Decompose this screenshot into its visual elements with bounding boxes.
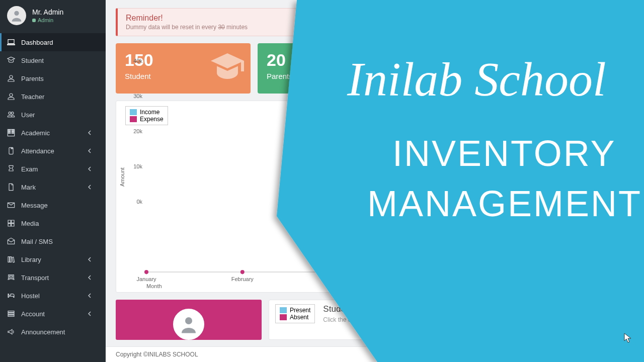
- mail-icon: [7, 201, 15, 209]
- sidebar-item-mark[interactable]: Mark: [0, 178, 106, 196]
- sidebar-item-teacher[interactable]: Teacher: [0, 87, 106, 106]
- chevron-left-icon: [86, 183, 94, 191]
- chevron-left-icon: [86, 310, 94, 318]
- profile-card[interactable]: [116, 300, 262, 340]
- svg-point-0: [14, 11, 19, 16]
- sidebar-item-label: Announcement: [21, 328, 65, 336]
- attendance-title: Students Today's Attendance: [323, 304, 473, 314]
- stack-icon: [7, 310, 15, 318]
- sidebar-item-label: User: [21, 111, 35, 119]
- sidebar-item-hostel[interactable]: Hostel: [0, 287, 106, 305]
- sidebar-item-exam[interactable]: Exam: [0, 160, 106, 178]
- sidebar-item-user[interactable]: User: [0, 106, 106, 124]
- svg-text:February: February: [231, 276, 254, 282]
- sidebar-item-label: Teacher: [21, 93, 44, 101]
- file-icon: [7, 183, 15, 191]
- grid-icon: [7, 219, 15, 227]
- open-mail-icon: [7, 237, 15, 245]
- grad-icon: [7, 56, 15, 64]
- sidebar: Mr. Admin Admin DashboardStudentParentsT…: [0, 0, 106, 362]
- sidebar-item-student[interactable]: Student: [0, 51, 106, 69]
- sidebar-item-announcement[interactable]: Announcement: [0, 323, 106, 341]
- svg-point-21: [337, 270, 341, 274]
- svg-text:June: June: [620, 276, 632, 282]
- library-icon: [7, 255, 15, 263]
- stat-cards: 150 Student 20 Parents: [116, 43, 634, 94]
- sidebar-item-label: Attendance: [21, 147, 54, 155]
- sidebar-item-academic[interactable]: Academic: [0, 124, 106, 142]
- sidebar-item-label: Message: [21, 202, 48, 209]
- sidebar-item-attendance[interactable]: Attendance: [0, 142, 106, 160]
- academic-icon: [7, 129, 15, 137]
- users-icon: [7, 111, 15, 119]
- sidebar-item-media[interactable]: Media: [0, 214, 106, 232]
- chevron-left-icon: [86, 255, 94, 263]
- chart-legend: Income Expense: [125, 106, 168, 125]
- person-icon: [7, 93, 15, 101]
- sidebar-item-label: Account: [21, 310, 45, 318]
- sidebar-item-label: Mail / SMS: [21, 238, 53, 245]
- sidebar-item-label: Academic: [21, 129, 50, 137]
- svg-text:20k: 20k: [133, 128, 142, 134]
- card-student[interactable]: 150 Student: [116, 43, 251, 94]
- svg-point-20: [240, 270, 245, 274]
- monitor-icon: [7, 38, 15, 46]
- svg-text:0k: 0k: [136, 199, 142, 205]
- svg-text:40k: 40k: [133, 58, 142, 64]
- reminder-text: Dummy data will be reset in every 30 min…: [126, 24, 625, 31]
- chart-plot[interactable]: 0k10k20k30k40kJanuaryFebruaryMarchAprilM…: [146, 131, 626, 272]
- chevron-left-icon: [86, 274, 94, 282]
- profile-name: Mr. Admin: [32, 8, 63, 16]
- profile-card-avatar: [173, 309, 204, 340]
- chevron-left-icon: [86, 292, 94, 300]
- attendance-box: Present Absent Students Today's Attendan…: [269, 300, 634, 340]
- sidebar-item-label: Hostel: [21, 292, 40, 300]
- attendance-sub: Click the columns to view this month stu…: [323, 316, 473, 323]
- horn-icon: [7, 328, 15, 336]
- clip-icon: [7, 147, 15, 155]
- sidebar-item-mail-sms[interactable]: Mail / SMS: [0, 232, 106, 250]
- sidebar-item-library[interactable]: Library: [0, 250, 106, 268]
- svg-point-19: [144, 270, 148, 274]
- sidebar-item-label: Student: [21, 57, 44, 64]
- svg-text:30k: 30k: [133, 93, 142, 99]
- sidebar-item-label: Mark: [21, 184, 36, 191]
- card-parents[interactable]: 20 Parents: [258, 43, 392, 94]
- sidebar-item-label: Media: [21, 220, 39, 227]
- bus-icon: [7, 274, 15, 282]
- avatar: [7, 6, 26, 25]
- profile-block[interactable]: Mr. Admin Admin: [0, 0, 106, 31]
- hourglass-icon: [7, 165, 15, 173]
- svg-text:10k: 10k: [133, 163, 142, 169]
- reminder-title: Reminder!: [126, 14, 625, 23]
- chart-ylabel: Amount: [119, 167, 125, 187]
- bed-icon: [7, 292, 15, 300]
- main: Reminder! Dummy data will be reset in ev…: [106, 0, 644, 362]
- chevron-left-icon: [86, 147, 94, 155]
- sidebar-item-transport[interactable]: Transport: [0, 268, 106, 287]
- cursor-icon: [624, 333, 632, 343]
- svg-text:March: March: [331, 276, 346, 282]
- svg-text:April: April: [429, 276, 440, 282]
- sidebar-item-message[interactable]: Message: [0, 196, 106, 214]
- sidebar-item-label: Exam: [21, 165, 38, 173]
- reminder-banner: Reminder! Dummy data will be reset in ev…: [116, 8, 634, 36]
- grad-cap-icon: [209, 50, 246, 86]
- sidebar-item-dashboard[interactable]: Dashboard: [0, 33, 106, 51]
- legend-swatch-expense: [130, 116, 137, 122]
- chart-box: Income Expense Click mon Amount Month 0k…: [116, 101, 634, 293]
- footer: Copyright ©INILABS SCHOOL: [106, 346, 644, 362]
- chevron-left-icon: [86, 165, 94, 173]
- profile-role: Admin: [32, 17, 63, 23]
- svg-text:May: May: [525, 276, 536, 282]
- attendance-legend: Present Absent: [275, 304, 315, 323]
- chart-xlabel: Month: [146, 283, 162, 289]
- sidebar-item-parents[interactable]: Parents: [0, 69, 106, 87]
- legend-swatch-income: [130, 109, 137, 115]
- sidebar-item-label: Library: [21, 256, 41, 263]
- sidebar-item-account[interactable]: Account: [0, 305, 106, 323]
- nav-list: DashboardStudentParentsTeacherUserAcadem…: [0, 33, 106, 341]
- svg-point-23: [185, 317, 192, 324]
- sidebar-item-label: Parents: [21, 75, 44, 82]
- sidebar-item-label: Transport: [21, 274, 49, 282]
